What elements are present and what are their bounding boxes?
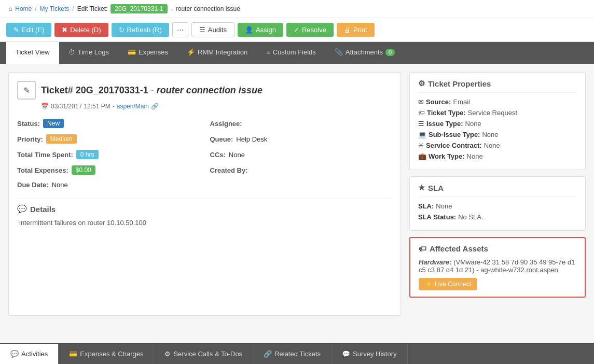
print-button[interactable]: 🖨 Print bbox=[337, 23, 375, 37]
status-label: Status: bbox=[17, 120, 40, 128]
delete-button[interactable]: ✖ Delete (D) bbox=[54, 23, 108, 37]
assets-title: 🏷 Affected Assets bbox=[419, 244, 576, 253]
star-icon: ★ bbox=[418, 183, 425, 192]
breadcrumb-sep2: / bbox=[72, 5, 74, 12]
refresh-icon: ↻ bbox=[119, 26, 125, 34]
resolve-button[interactable]: ✓ Resolve bbox=[286, 23, 334, 37]
total-expenses-badge: $0.00 bbox=[72, 165, 95, 175]
more-options-button[interactable]: ⋯ bbox=[172, 22, 188, 37]
tab-ticket-view[interactable]: Ticket View bbox=[6, 42, 59, 64]
ticket-user-link[interactable]: aspen/Main bbox=[117, 103, 149, 110]
top-tabs-bar: Ticket View ⏱ Time Logs 💳 Expenses ⚡ RMM… bbox=[0, 42, 594, 64]
calendar-icon: 📅 bbox=[41, 103, 49, 110]
live-connect-button[interactable]: ⚡ Live Connect bbox=[419, 278, 477, 290]
properties-title: ⚙ Ticket Properties bbox=[418, 79, 577, 93]
service-contract-value: None bbox=[484, 142, 500, 149]
attachments-icon: 📎 bbox=[335, 48, 343, 56]
delete-icon: ✖ bbox=[62, 26, 67, 34]
edit-icon: ✎ bbox=[13, 26, 19, 34]
ticket-icon: ✎ bbox=[17, 81, 36, 100]
service-contract-prop: ✳ Service Contract: None bbox=[418, 142, 577, 149]
priority-label: Priority: bbox=[17, 135, 43, 143]
total-expenses-field: Total Expenses: $0.00 bbox=[17, 164, 200, 176]
breadcrumb-home[interactable]: Home bbox=[15, 5, 32, 12]
main-content: ✎ Ticket# 20G_20170331-1 - router connec… bbox=[0, 64, 594, 324]
tag-icon: 🏷 bbox=[418, 109, 425, 117]
assets-tag-icon: 🏷 bbox=[419, 244, 426, 253]
details-section: 💬 Details intermittent failures on route… bbox=[17, 204, 392, 227]
print-icon: 🖨 bbox=[344, 26, 351, 34]
laptop-icon: 💻 bbox=[418, 131, 426, 138]
ccs-field: CCs: None bbox=[210, 148, 393, 161]
due-date-label: Due Date: bbox=[17, 181, 49, 189]
breadcrumb-my-tickets[interactable]: My Tickets bbox=[40, 5, 70, 12]
sla-status-prop: SLA Status: No SLA. bbox=[418, 213, 577, 221]
sla-section: ★ SLA SLA: None SLA Status: No SLA. bbox=[409, 176, 586, 231]
total-time-label: Total Time Spent: bbox=[17, 151, 73, 159]
queue-label: Queue: bbox=[210, 135, 233, 143]
priority-badge: Medium bbox=[46, 134, 77, 144]
status-field: Status: New bbox=[17, 117, 200, 130]
source-value: Email bbox=[453, 98, 470, 106]
sla-value: None bbox=[436, 202, 452, 210]
due-date-value: None bbox=[52, 181, 68, 189]
breadcrumb-sep1: / bbox=[35, 5, 36, 12]
assign-button[interactable]: 👤 Assign bbox=[238, 23, 283, 37]
tab-expenses[interactable]: 💳 Expenses bbox=[118, 42, 177, 64]
expenses-icon: 💳 bbox=[128, 48, 136, 56]
briefcase-icon: 💼 bbox=[418, 152, 426, 160]
tab-custom-fields[interactable]: ≡ Custom Fields bbox=[257, 42, 325, 64]
ticket-title: Ticket# 20G_20170331-1 - router connecti… bbox=[41, 85, 263, 96]
issue-type-value: None bbox=[465, 120, 481, 128]
sla-prop: SLA: None bbox=[418, 202, 577, 210]
details-label: Details bbox=[30, 205, 56, 214]
sla-title: ★ SLA bbox=[418, 183, 577, 197]
total-time-field: Total Time Spent: 0 hrs bbox=[17, 148, 200, 161]
breadcrumb-ticket-title: router connection issue bbox=[176, 5, 240, 12]
issue-type-prop: ☰ Issue Type: None bbox=[418, 120, 577, 128]
ticket-meta: 📅 03/31/2017 12:51 PM - aspen/Main 🔗 bbox=[41, 103, 392, 110]
details-header: 💬 Details bbox=[17, 204, 392, 214]
sla-status-label: SLA Status: bbox=[418, 213, 456, 221]
priority-field: Priority: Medium bbox=[17, 133, 200, 145]
ticket-subject: router connection issue bbox=[157, 85, 263, 95]
status-badge: New bbox=[43, 119, 64, 128]
tab-rmm-integration[interactable]: ⚡ RMM Integration bbox=[177, 42, 257, 64]
breadcrumb-edit-label: Edit Ticket: bbox=[77, 5, 108, 12]
assignee-label: Assignee: bbox=[210, 120, 242, 128]
ccs-label: CCs: bbox=[210, 151, 226, 159]
ticket-number: Ticket# 20G_20170331-1 bbox=[41, 85, 148, 95]
tab-attachments[interactable]: 📎 Attachments 0 bbox=[325, 42, 404, 64]
tab-time-logs[interactable]: ⏱ Time Logs bbox=[59, 42, 118, 64]
clock-icon: ⏱ bbox=[68, 48, 75, 56]
refresh-button[interactable]: ↻ Refresh (R) bbox=[112, 23, 169, 37]
envelope-icon: ✉ bbox=[418, 98, 424, 106]
work-type-prop: 💼 Work Type: None bbox=[418, 152, 577, 160]
hardware-row: Hardware: (VMware-42 31 58 7d 90 35 49 9… bbox=[419, 258, 576, 274]
source-prop: ✉ Source: Email bbox=[418, 98, 577, 106]
issue-type-label: Issue Type: bbox=[426, 120, 463, 128]
edit-button[interactable]: ✎ Edit (E) bbox=[6, 23, 51, 37]
created-by-field: Created By: bbox=[210, 164, 393, 176]
sla-status-value: No SLA. bbox=[458, 213, 483, 221]
ticket-title-row: ✎ Ticket# 20G_20170331-1 - router connec… bbox=[17, 81, 392, 100]
sub-issue-label: Sub-Issue Type: bbox=[429, 131, 480, 138]
service-contract-label: Service Contract: bbox=[426, 142, 482, 149]
attachments-count-badge: 0 bbox=[385, 49, 395, 56]
home-icon: ⌂ bbox=[8, 5, 12, 12]
source-label: Source: bbox=[426, 98, 451, 106]
rmm-icon: ⚡ bbox=[187, 48, 195, 56]
gear-icon: ⚙ bbox=[418, 79, 425, 88]
sla-label: SLA: bbox=[418, 202, 434, 210]
total-expenses-label: Total Expenses: bbox=[17, 166, 68, 174]
audits-button[interactable]: ☰ Audits bbox=[191, 22, 234, 37]
assignee-field: Assignee: bbox=[210, 117, 393, 130]
details-text: intermittent failures on router 10.10.50… bbox=[17, 219, 392, 227]
ticket-type-value: Service Request bbox=[468, 109, 517, 117]
total-time-badge: 0 hrs bbox=[76, 150, 99, 159]
ticket-properties-section: ⚙ Ticket Properties ✉ Source: Email 🏷 Ti… bbox=[409, 72, 586, 170]
ticket-type-label: Ticket Type: bbox=[427, 109, 466, 117]
audits-icon: ☰ bbox=[199, 26, 205, 34]
custom-fields-icon: ≡ bbox=[266, 48, 270, 56]
ticket-fields: Status: New Assignee: Priority: Medium Q… bbox=[17, 117, 392, 190]
